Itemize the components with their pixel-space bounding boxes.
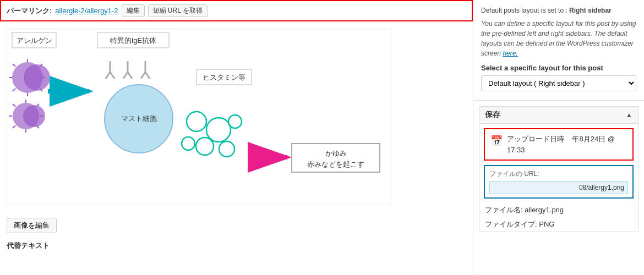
save-section-title: 保存 <box>485 110 500 120</box>
customizer-link[interactable]: here. <box>503 50 517 57</box>
filename-value: allergy1.png <box>525 206 564 214</box>
layout-default-status: Default posts layout is set to : Right s… <box>481 7 636 14</box>
filetype-value: PNG <box>539 220 554 228</box>
layout-default-value: Right sidebar <box>569 7 612 14</box>
allergy-diagram: アレルゲン 特異的IgE抗体 <box>7 28 392 204</box>
page-container: パーマリンク: allergie-2/allergy1-2 編集 短縮 URL … <box>0 0 644 275</box>
layout-select[interactable]: Default layout ( Right sidebar ) Left si… <box>481 75 636 91</box>
image-edit-bar: 画像を編集 <box>0 212 473 239</box>
layout-section: Default posts layout is set to : Right s… <box>473 0 644 101</box>
filename-label: ファイル名: <box>485 206 523 214</box>
short-url-button[interactable]: 短縮 URL を取得 <box>148 4 208 17</box>
permalink-bar: パーマリンク: allergie-2/allergy1-2 編集 短縮 URL … <box>0 0 473 21</box>
file-url-label: ファイルの URL: <box>489 169 628 179</box>
file-url-input[interactable] <box>489 181 628 194</box>
edit-permalink-button[interactable]: 編集 <box>122 4 145 17</box>
svg-text:赤みなどを起こす: 赤みなどを起こす <box>307 160 364 168</box>
svg-text:アレルゲン: アレルゲン <box>17 36 52 45</box>
upload-date-label: アップロード日時 <box>507 135 564 143</box>
filename-row: ファイル名: allergy1.png <box>479 203 638 217</box>
main-area: パーマリンク: allergie-2/allergy1-2 編集 短縮 URL … <box>0 0 473 275</box>
filetype-row: ファイルタイプ: PNG <box>479 217 638 232</box>
layout-select-label: Select a specific layout for this post <box>481 64 636 72</box>
svg-text:ヒスタミン等: ヒスタミン等 <box>203 73 245 81</box>
image-area: アレルゲン 特異的IgE抗体 <box>0 21 473 212</box>
edit-image-button[interactable]: 画像を編集 <box>7 218 57 233</box>
save-header: 保存 ▲ <box>479 107 638 124</box>
svg-point-6 <box>24 64 50 91</box>
svg-text:かゆみ: かゆみ <box>325 149 347 157</box>
save-section: 保存 ▲ 📅 アップロード日時 年8月24日 @ 17:33 ファイルの URL… <box>479 106 638 232</box>
filetype-label: ファイルタイプ: <box>485 220 537 228</box>
permalink-link[interactable]: allergie-2/allergy1-2 <box>55 7 118 15</box>
file-url-block: ファイルの URL: <box>484 165 634 199</box>
calendar-icon: 📅 <box>490 135 503 147</box>
svg-text:特異的IgE抗体: 特異的IgE抗体 <box>110 36 157 45</box>
svg-rect-0 <box>7 28 392 204</box>
right-sidebar: Default posts layout is set to : Right s… <box>473 0 644 275</box>
upload-date-text: アップロード日時 年8月24日 @ 17:33 <box>507 134 627 155</box>
upload-date-row: 📅 アップロード日時 年8月24日 @ 17:33 <box>484 128 634 161</box>
svg-text:マスト細胞: マスト細胞 <box>121 114 157 123</box>
permalink-label: パーマリンク: <box>7 6 52 16</box>
alt-text-label: 代替テキスト <box>0 239 473 253</box>
layout-info-text: You can define a specific layout for thi… <box>481 19 636 58</box>
save-section-arrow: ▲ <box>626 111 632 119</box>
